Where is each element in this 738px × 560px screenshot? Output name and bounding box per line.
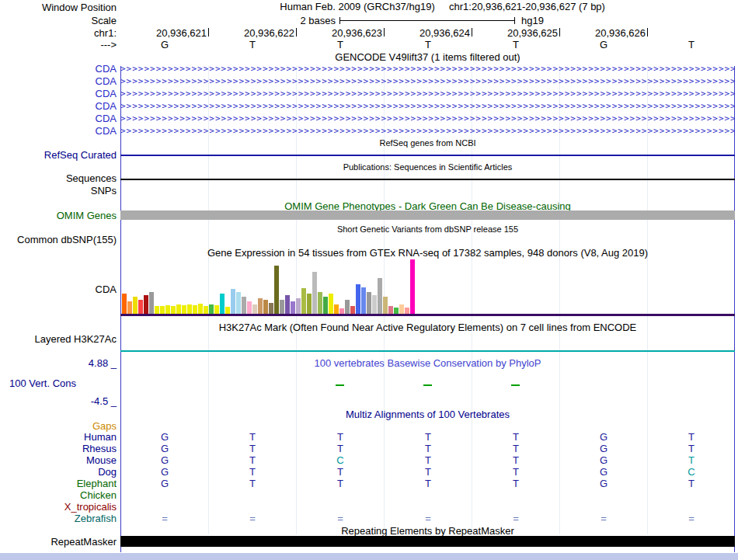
alignment-base: T xyxy=(684,454,699,466)
snps-label[interactable]: SNPs xyxy=(0,185,117,197)
gtex-expression-bar[interactable] xyxy=(247,301,252,314)
omim-track-bar[interactable] xyxy=(120,210,735,220)
refseq-track-line[interactable] xyxy=(120,155,735,156)
gtex-expression-bar[interactable] xyxy=(209,304,214,314)
species-label-dog[interactable]: Dog xyxy=(0,466,117,478)
gtex-expression-bar[interactable] xyxy=(155,306,159,314)
omim-genes-label[interactable]: OMIM Genes xyxy=(0,210,117,221)
gtex-expression-bar[interactable] xyxy=(367,292,371,314)
gencode-item-label[interactable]: CDA xyxy=(0,113,117,124)
gtex-expression-bar[interactable] xyxy=(160,306,165,314)
gtex-expression-bar[interactable] xyxy=(138,300,143,314)
gencode-item-label[interactable]: CDA xyxy=(0,88,117,99)
gtex-expression-bar[interactable] xyxy=(318,292,322,314)
gtex-expression-bar[interactable] xyxy=(350,306,355,314)
gtex-expression-bar[interactable] xyxy=(242,297,246,314)
gtex-expression-bar[interactable] xyxy=(285,295,290,314)
gtex-expression-bar[interactable] xyxy=(176,304,181,314)
gencode-transcript-arrows[interactable]: >>>>>>>>>>>>>>>>>>>>>>>>>>>>>>>>>>>>>>>>… xyxy=(120,64,735,74)
gtex-expression-bar[interactable] xyxy=(410,259,415,314)
gencode-transcript-arrows[interactable]: >>>>>>>>>>>>>>>>>>>>>>>>>>>>>>>>>>>>>>>>… xyxy=(120,76,735,86)
gtex-baseline[interactable] xyxy=(120,314,735,316)
species-label-elephant[interactable]: Elephant xyxy=(0,478,117,489)
species-label-rhesus[interactable]: Rhesus xyxy=(0,443,117,454)
gtex-expression-bar[interactable] xyxy=(182,305,186,314)
gencode-item-label[interactable]: CDA xyxy=(0,100,117,112)
gtex-expression-bar[interactable] xyxy=(133,297,138,314)
sequences-track-line[interactable] xyxy=(120,179,735,180)
gtex-expression-bar[interactable] xyxy=(122,294,127,314)
gtex-expression-bar[interactable] xyxy=(204,306,208,314)
ucsc-genome-browser: Window Position Human Feb. 2009 (GRCh37/… xyxy=(0,0,738,560)
gtex-expression-bar[interactable] xyxy=(220,294,225,314)
gtex-expression-bar[interactable] xyxy=(296,298,301,314)
gtex-expression-bar[interactable] xyxy=(399,304,404,314)
gtex-expression-bar[interactable] xyxy=(329,294,333,314)
species-label-x-tropicalis[interactable]: X_tropicalis xyxy=(0,501,117,513)
gtex-expression-bar[interactable] xyxy=(252,304,257,314)
alignment-base: T xyxy=(245,443,260,454)
gtex-expression-bar[interactable] xyxy=(323,297,328,314)
gtex-expression-bar[interactable] xyxy=(236,292,241,314)
gtex-expression-bar[interactable] xyxy=(312,272,317,314)
gtex-expression-bar[interactable] xyxy=(263,300,268,314)
phylop-track-label[interactable]: 100 Vert. Cons xyxy=(9,377,76,389)
gtex-expression-bar[interactable] xyxy=(394,308,399,314)
repeatmasker-track-bar[interactable] xyxy=(120,536,735,547)
h3k27ac-label[interactable]: Layered H3K27Ac xyxy=(0,333,117,345)
gtex-expression-bar[interactable] xyxy=(198,304,203,314)
gtex-gene-label[interactable]: CDA xyxy=(0,283,117,295)
species-label-zebrafish[interactable]: Zebrafish xyxy=(0,513,117,524)
gtex-expression-bar[interactable] xyxy=(383,297,388,314)
gencode-item-label[interactable]: CDA xyxy=(0,75,117,87)
phylop-signal-dash[interactable] xyxy=(511,384,520,386)
gaps-label[interactable]: Gaps xyxy=(0,420,117,432)
gtex-expression-bar[interactable] xyxy=(405,308,409,314)
gtex-expression-bar[interactable] xyxy=(269,303,273,314)
gencode-transcript-arrows[interactable]: >>>>>>>>>>>>>>>>>>>>>>>>>>>>>>>>>>>>>>>>… xyxy=(120,101,735,111)
phylop-signal-dash[interactable] xyxy=(423,384,432,386)
gencode-transcript-arrows[interactable]: >>>>>>>>>>>>>>>>>>>>>>>>>>>>>>>>>>>>>>>>… xyxy=(120,89,735,99)
gtex-expression-bar[interactable] xyxy=(307,294,312,314)
gencode-transcript-arrows[interactable]: >>>>>>>>>>>>>>>>>>>>>>>>>>>>>>>>>>>>>>>>… xyxy=(120,113,735,123)
gtex-expression-bar[interactable] xyxy=(258,298,263,314)
gtex-expression-bar[interactable] xyxy=(144,295,148,314)
gtex-expression-bar[interactable] xyxy=(356,284,360,314)
species-label-human[interactable]: Human xyxy=(0,431,117,443)
gtex-expression-bar[interactable] xyxy=(171,306,176,314)
gencode-item-label[interactable]: CDA xyxy=(0,125,117,137)
common-dbsnp-label[interactable]: Common dbSNP(155) xyxy=(0,234,117,245)
gencode-transcript-arrows[interactable]: >>>>>>>>>>>>>>>>>>>>>>>>>>>>>>>>>>>>>>>>… xyxy=(120,126,735,136)
gencode-item-label[interactable]: CDA xyxy=(0,63,117,75)
gtex-expression-bar[interactable] xyxy=(388,306,393,314)
base-guideline xyxy=(559,66,560,534)
gtex-expression-bar[interactable] xyxy=(301,288,306,314)
gtex-expression-bar[interactable] xyxy=(231,289,235,314)
gtex-expression-bar[interactable] xyxy=(378,278,382,314)
gtex-expression-bar[interactable] xyxy=(361,287,366,314)
species-label-mouse[interactable]: Mouse xyxy=(0,454,117,466)
gtex-expression-bar[interactable] xyxy=(149,292,154,314)
gtex-expression-bar[interactable] xyxy=(165,305,170,314)
gtex-expression-bar[interactable] xyxy=(372,295,377,314)
gtex-expression-bar[interactable] xyxy=(291,301,295,314)
base-guideline xyxy=(472,66,472,534)
gtex-expression-bar[interactable] xyxy=(345,300,350,314)
gtex-expression-bar[interactable] xyxy=(334,304,339,314)
repeatmasker-label[interactable]: RepeatMasker xyxy=(0,536,117,548)
h3k27ac-signal-line[interactable] xyxy=(120,350,735,352)
species-label-chicken[interactable]: Chicken xyxy=(0,489,117,501)
alignment-base: = xyxy=(420,513,436,524)
gtex-expression-bar[interactable] xyxy=(280,300,284,314)
gtex-expression-bar[interactable] xyxy=(193,305,197,314)
gtex-expression-bar[interactable] xyxy=(339,308,344,314)
gtex-expression-bar[interactable] xyxy=(274,266,279,314)
sequences-label[interactable]: Sequences xyxy=(0,172,117,184)
alignment-base: C xyxy=(332,454,348,466)
gtex-expression-bar[interactable] xyxy=(187,304,192,314)
gtex-expression-bar[interactable] xyxy=(225,307,230,314)
gtex-expression-bar[interactable] xyxy=(214,305,219,314)
refseq-curated-label[interactable]: RefSeq Curated xyxy=(0,149,117,161)
gtex-expression-bar[interactable] xyxy=(127,301,132,314)
phylop-signal-dash[interactable] xyxy=(336,384,344,386)
